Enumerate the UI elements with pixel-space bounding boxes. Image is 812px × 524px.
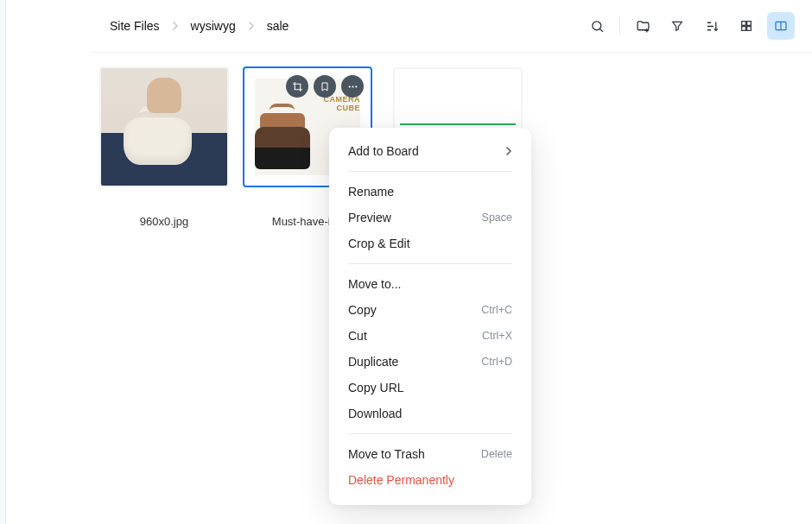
more-button[interactable] — [341, 75, 364, 98]
panel-view-button[interactable] — [767, 12, 795, 40]
crop-button[interactable] — [286, 75, 308, 98]
menu-item-copy-url[interactable]: Copy URL — [329, 375, 531, 401]
image-preview: FREE SHIPPING — [395, 69, 521, 132]
chevron-right-icon — [248, 22, 255, 30]
file-tile[interactable]: 960x0.jpg — [99, 66, 229, 228]
file-thumbnail[interactable]: FREE SHIPPING — [393, 67, 523, 132]
image-overlay-text: CUBE — [324, 104, 361, 113]
menu-item-shortcut: Space — [482, 211, 512, 224]
svg-point-0 — [592, 21, 600, 29]
toolbar-divider — [619, 17, 620, 35]
toolbar — [583, 12, 795, 40]
svg-point-10 — [348, 85, 350, 87]
tile-hover-actions — [286, 75, 364, 98]
svg-rect-6 — [742, 27, 746, 31]
menu-item-move-to[interactable]: Move to... — [329, 271, 531, 297]
svg-rect-5 — [747, 22, 752, 26]
filter-button[interactable] — [663, 12, 691, 40]
menu-item-crop-edit[interactable]: Crop & Edit — [329, 230, 531, 256]
menu-separator — [348, 433, 512, 434]
menu-item-label: Delete Permanently — [348, 473, 454, 487]
menu-item-shortcut: Delete — [481, 448, 512, 460]
file-name: 960x0.jpg — [140, 215, 188, 228]
menu-item-move-to-trash[interactable]: Move to Trash Delete — [329, 441, 531, 467]
menu-item-cut[interactable]: Cut Ctrl+X — [329, 323, 531, 349]
menu-item-label: Crop & Edit — [348, 237, 410, 250]
file-tile[interactable]: FREE SHIPPING — [386, 67, 533, 132]
menu-item-label: Move to... — [348, 277, 401, 291]
context-menu: Add to Board Rename Preview Space Crop &… — [329, 128, 531, 505]
breadcrumb-item-wysiwyg[interactable]: wysiwyg — [191, 19, 236, 33]
svg-line-1 — [599, 28, 602, 31]
menu-separator — [348, 171, 512, 172]
menu-item-label: Cut — [348, 329, 367, 343]
menu-item-label: Copy — [348, 303, 377, 317]
grid-view-button[interactable] — [733, 12, 760, 40]
menu-item-delete-permanently[interactable]: Delete Permanently — [329, 467, 531, 493]
sort-button[interactable] — [698, 12, 726, 40]
menu-item-label: Move to Trash — [348, 447, 425, 461]
file-thumbnail[interactable] — [99, 66, 229, 187]
menu-item-shortcut: Ctrl+X — [482, 330, 512, 342]
topbar: Site Files wysiwyg sale — [89, 0, 812, 53]
breadcrumb-item-sale[interactable]: sale — [267, 19, 289, 33]
menu-item-label: Download — [348, 407, 402, 420]
menu-item-rename[interactable]: Rename — [329, 179, 531, 205]
menu-item-duplicate[interactable]: Duplicate Ctrl+D — [329, 349, 531, 375]
menu-item-shortcut: Ctrl+D — [481, 356, 512, 368]
svg-point-11 — [352, 85, 353, 87]
menu-item-preview[interactable]: Preview Space — [329, 205, 531, 230]
menu-item-shortcut: Ctrl+C — [481, 304, 512, 316]
bookmark-button[interactable] — [314, 75, 336, 98]
new-folder-button[interactable] — [629, 12, 657, 40]
menu-item-label: Duplicate — [348, 355, 398, 369]
menu-item-label: Add to Board — [348, 144, 419, 158]
image-preview — [101, 68, 227, 186]
menu-item-copy[interactable]: Copy Ctrl+C — [329, 297, 531, 323]
menu-item-label: Rename — [348, 185, 394, 199]
menu-item-download[interactable]: Download — [329, 401, 531, 426]
menu-separator — [348, 263, 512, 264]
menu-item-label: Preview — [348, 211, 391, 224]
svg-rect-4 — [742, 22, 746, 26]
chevron-right-icon — [172, 22, 179, 30]
menu-item-add-to-board[interactable]: Add to Board — [329, 138, 531, 164]
svg-rect-7 — [747, 27, 752, 31]
chevron-right-icon — [505, 144, 512, 158]
breadcrumb-item-site-files[interactable]: Site Files — [110, 19, 160, 33]
menu-item-label: Copy URL — [348, 381, 404, 395]
breadcrumb: Site Files wysiwyg sale — [110, 19, 289, 33]
svg-point-12 — [355, 85, 357, 87]
search-button[interactable] — [583, 12, 611, 40]
